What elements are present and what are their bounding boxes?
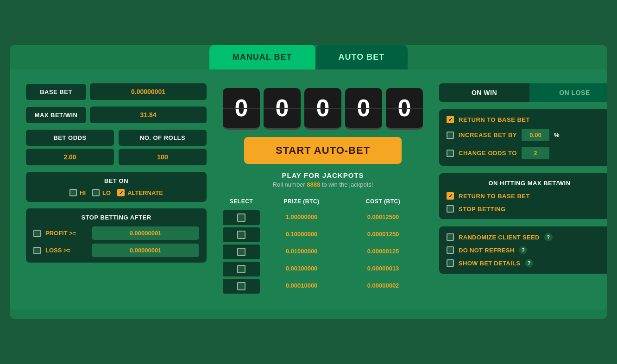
jackpot-select-1: [223, 210, 260, 225]
bet-hi-option: HI: [69, 189, 86, 196]
no-refresh-row: DO NOT REFRESH ?: [447, 246, 607, 254]
increase-bet-value[interactable]: 0.00: [522, 129, 549, 141]
jackpot-checkbox-1[interactable]: [237, 213, 246, 222]
jackpot-checkbox-2[interactable]: [237, 231, 246, 239]
bet-lo-checkbox[interactable]: [92, 189, 100, 196]
profit-row: PROFIT >= 0.00000001: [33, 226, 199, 240]
digit-4: 0: [386, 88, 423, 130]
jackpot-table-header: SELECT PRIZE (BTC) COST (BTC): [223, 195, 423, 207]
increase-bet-checkbox[interactable]: [447, 132, 454, 139]
right-panel: ON WIN ON LOSE RETURN TO BASE BET INCREA…: [432, 79, 607, 301]
digit-0: 0: [223, 88, 260, 130]
col-cost: COST (BTC): [343, 195, 423, 207]
jackpot-table: SELECT PRIZE (BTC) COST (BTC) 1.00000000…: [223, 195, 423, 296]
max-return-base-row: RETURN TO BASE BET: [447, 192, 607, 200]
bet-odds-value[interactable]: 2.00: [26, 149, 114, 165]
change-odds-label: CHANGE ODDS TO: [459, 150, 517, 157]
no-refresh-label: DO NOT REFRESH: [459, 247, 514, 254]
jackpot-row-1: 1.00000000 0.00012500: [223, 210, 423, 225]
digit-3: 0: [345, 88, 382, 130]
return-base-checkbox[interactable]: [447, 116, 454, 123]
return-base-row: RETURN TO BASE BET: [447, 116, 607, 123]
base-bet-value[interactable]: 0.00000001: [90, 83, 207, 100]
on-lose-tab[interactable]: ON LOSE: [529, 83, 607, 102]
tab-auto[interactable]: AUTO BET: [315, 45, 408, 69]
loss-checkbox[interactable]: [33, 247, 41, 254]
col-select: SELECT: [223, 195, 260, 207]
no-rolls-group: NO. OF ROLLS 100: [119, 130, 207, 165]
increase-bet-label: INCREASE BET BY: [459, 132, 517, 138]
bet-odds-group: BET ODDS 2.00: [26, 130, 114, 165]
digit-display: 0 0 0 0 0: [223, 88, 423, 130]
bet-hi-label: HI: [80, 189, 86, 196]
no-refresh-help-icon[interactable]: ?: [519, 246, 527, 254]
jackpot-cost-3: 0.00000125: [343, 245, 423, 259]
max-bet-value[interactable]: 31.84: [90, 107, 207, 123]
jackpot-prize-4: 0.00100000: [262, 262, 341, 276]
win-lose-tabs: ON WIN ON LOSE: [439, 83, 607, 102]
bottom-options: RANDOMIZE CLIENT SEED ? DO NOT REFRESH ?…: [439, 226, 607, 274]
loss-label: LOSS >=: [45, 247, 87, 254]
max-stop-checkbox[interactable]: [447, 205, 454, 213]
bet-hi-checkbox[interactable]: [69, 189, 77, 196]
jackpot-cost-1: 0.00012500: [343, 210, 423, 225]
bet-alternate-label: ALTERNATE: [127, 189, 163, 196]
start-autobet-button[interactable]: START AUTO-BET: [244, 137, 402, 164]
jackpot-checkbox-3[interactable]: [237, 248, 246, 256]
show-bet-help-icon[interactable]: ?: [525, 259, 533, 267]
bet-on-title: BET ON: [33, 177, 199, 184]
no-rolls-label: NO. OF ROLLS: [119, 130, 207, 146]
max-stop-label: STOP BETTING: [459, 206, 506, 213]
bet-alternate-checkbox[interactable]: [117, 189, 125, 196]
change-odds-value[interactable]: 2: [522, 147, 549, 159]
bet-odds-label: BET ODDS: [26, 130, 114, 146]
jackpot-row-3: 0.01000000 0.00000125: [223, 245, 423, 259]
middle-panel: 0 0 0 0 0 START AUTO-BET PLAY FOR JACKPO…: [214, 79, 432, 301]
loss-value[interactable]: 0.00000001: [92, 244, 199, 257]
randomize-checkbox[interactable]: [447, 233, 454, 241]
digit-1: 0: [264, 88, 301, 130]
jackpot-checkbox-4[interactable]: [237, 265, 246, 273]
no-refresh-checkbox[interactable]: [447, 246, 454, 254]
jackpot-title: PLAY FOR JACKPOTS: [223, 171, 423, 179]
base-bet-label: BASE BET: [26, 84, 86, 100]
base-bet-row: BASE BET 0.00000001: [26, 83, 207, 100]
odds-rolls-row: BET ODDS 2.00 NO. OF ROLLS 100: [26, 130, 207, 165]
show-bet-row: SHOW BET DETAILS ?: [447, 259, 607, 267]
change-odds-checkbox[interactable]: [447, 150, 454, 157]
profit-checkbox[interactable]: [33, 230, 41, 237]
col-prize: PRIZE (BTC): [262, 195, 341, 207]
bet-on-section: BET ON HI LO ALTERNATE: [26, 172, 207, 202]
bet-alternate-option: ALTERNATE: [117, 189, 163, 196]
show-bet-checkbox[interactable]: [447, 259, 454, 267]
bet-lo-label: LO: [102, 189, 111, 196]
max-bet-section: ON HITTING MAX BET/WIN RETURN TO BASE BE…: [439, 173, 607, 219]
jackpot-prize-5: 0.00010000: [262, 279, 341, 294]
on-win-tab[interactable]: ON WIN: [439, 83, 529, 102]
tab-manual[interactable]: MANUAL BET: [209, 45, 315, 69]
jackpot-number: 8888: [307, 181, 320, 188]
jackpot-row-2: 0.10000000 0.00001250: [223, 227, 423, 242]
stop-betting-section: STOP BETTING AFTER PROFIT >= 0.00000001 …: [26, 208, 207, 263]
max-stop-betting-row: STOP BETTING: [447, 205, 607, 213]
on-win-section: RETURN TO BASE BET INCREASE BET BY 0.00 …: [439, 109, 607, 166]
bet-lo-option: LO: [92, 189, 111, 196]
jackpot-cost-4: 0.00000013: [343, 262, 423, 276]
jackpot-subtitle: Roll number 8888 to win the jackpots!: [223, 181, 423, 188]
content-grid: BASE BET 0.00000001 MAX BET/WIN 31.84 BE…: [10, 69, 607, 310]
max-bet-label: MAX BET/WIN: [26, 107, 86, 123]
jackpot-select-3: [223, 245, 260, 259]
no-rolls-value[interactable]: 100: [119, 149, 207, 165]
jackpot-prize-1: 1.00000000: [262, 210, 341, 225]
max-return-base-label: RETURN TO BASE BET: [459, 193, 530, 200]
bet-on-options: HI LO ALTERNATE: [33, 189, 199, 196]
change-odds-row: CHANGE ODDS TO 2: [447, 147, 607, 159]
jackpot-row-4: 0.00100000 0.00000013: [223, 262, 423, 276]
profit-value[interactable]: 0.00000001: [92, 226, 199, 240]
max-return-base-checkbox[interactable]: [447, 192, 454, 200]
randomize-help-icon[interactable]: ?: [544, 233, 553, 241]
tabs-row: MANUAL BET AUTO BET: [10, 45, 607, 69]
jackpot-select-4: [223, 262, 260, 276]
digit-2: 0: [304, 88, 341, 130]
jackpot-checkbox-5[interactable]: [237, 282, 246, 290]
